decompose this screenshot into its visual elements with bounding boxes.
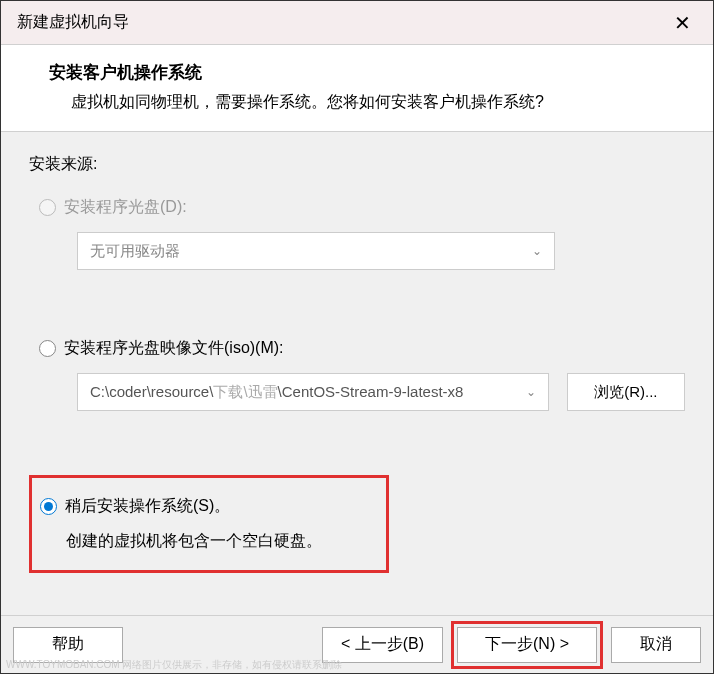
close-icon[interactable]: ✕ (667, 8, 697, 38)
next-button-highlight: 下一步(N) > (451, 621, 603, 669)
radio-iso[interactable]: 安装程序光盘映像文件(iso)(M): (39, 338, 685, 359)
option-disc-group: 安装程序光盘(D): 无可用驱动器 ⌄ (29, 197, 685, 270)
back-button[interactable]: < 上一步(B) (322, 627, 443, 663)
radio-disc-label: 安装程序光盘(D): (64, 197, 187, 218)
radio-icon (39, 199, 56, 216)
option-later-highlight: 稍后安装操作系统(S)。 创建的虚拟机将包含一个空白硬盘。 (29, 475, 389, 573)
radio-iso-label: 安装程序光盘映像文件(iso)(M): (64, 338, 284, 359)
chevron-down-icon: ⌄ (526, 385, 536, 399)
window-title: 新建虚拟机向导 (17, 12, 129, 33)
chevron-down-icon: ⌄ (532, 244, 542, 258)
wizard-header: 安装客户机操作系统 虚拟机如同物理机，需要操作系统。您将如何安装客户机操作系统? (1, 45, 713, 132)
iso-path-combobox[interactable]: C:\coder\resource\下载\迅雷\CentOS-Stream-9-… (77, 373, 549, 411)
radio-icon (39, 340, 56, 357)
radio-disc[interactable]: 安装程序光盘(D): (39, 197, 685, 218)
option-iso-group: 安装程序光盘映像文件(iso)(M): C:\coder\resource\下载… (29, 338, 685, 411)
radio-later-label: 稍后安装操作系统(S)。 (65, 496, 230, 517)
footer: 帮助 < 上一步(B) 下一步(N) > 取消 (1, 615, 713, 673)
content-area: 安装来源: 安装程序光盘(D): 无可用驱动器 ⌄ 安装程序光盘映像文件(iso… (1, 132, 713, 615)
wizard-window: 新建虚拟机向导 ✕ 安装客户机操作系统 虚拟机如同物理机，需要操作系统。您将如何… (0, 0, 714, 674)
iso-path-text: C:\coder\resource\下载\迅雷\CentOS-Stream-9-… (90, 383, 463, 402)
drive-dropdown[interactable]: 无可用驱动器 ⌄ (77, 232, 555, 270)
radio-icon (40, 498, 57, 515)
drive-dropdown-value: 无可用驱动器 (90, 242, 180, 261)
titlebar: 新建虚拟机向导 ✕ (1, 1, 713, 45)
browse-button[interactable]: 浏览(R)... (567, 373, 685, 411)
cancel-button[interactable]: 取消 (611, 627, 701, 663)
header-subtitle: 虚拟机如同物理机，需要操作系统。您将如何安装客户机操作系统? (49, 92, 689, 113)
header-title: 安装客户机操作系统 (49, 61, 689, 84)
source-label: 安装来源: (29, 154, 685, 175)
next-button[interactable]: 下一步(N) > (457, 627, 597, 663)
later-note: 创建的虚拟机将包含一个空白硬盘。 (40, 531, 372, 552)
iso-row: C:\coder\resource\下载\迅雷\CentOS-Stream-9-… (77, 373, 685, 411)
help-button[interactable]: 帮助 (13, 627, 123, 663)
radio-later[interactable]: 稍后安装操作系统(S)。 (40, 496, 372, 517)
